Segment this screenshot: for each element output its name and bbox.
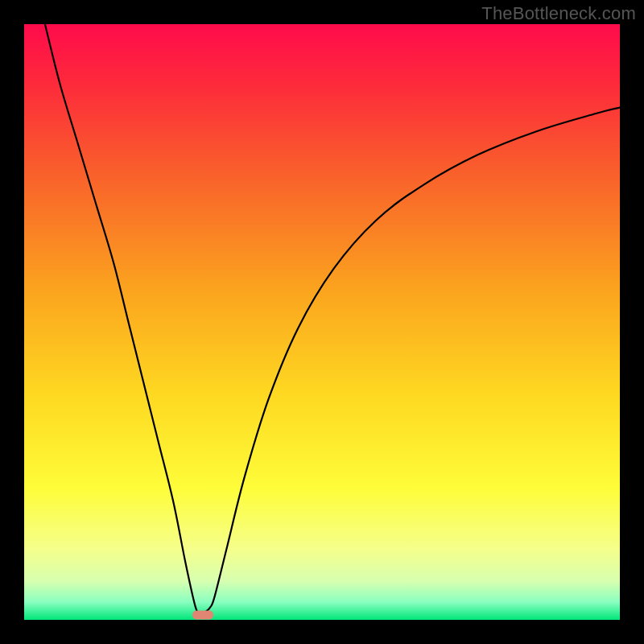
watermark-text: TheBottleneck.com xyxy=(481,3,636,24)
plot-background-gradient xyxy=(24,24,620,620)
minimum-marker xyxy=(192,611,213,620)
chart-frame: TheBottleneck.com xyxy=(0,0,644,644)
bottleneck-chart xyxy=(0,0,644,644)
